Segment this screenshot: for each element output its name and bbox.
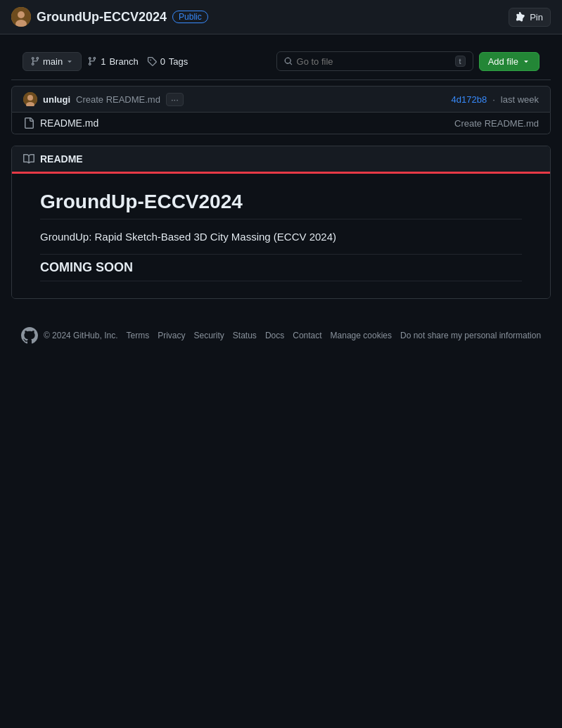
keyboard-shortcut: t [455, 56, 466, 67]
readme-section-title: README [40, 153, 83, 165]
commit-hash[interactable]: 4d172b8 [452, 94, 487, 105]
readme-header: README [12, 146, 550, 174]
readme-content: GroundUp-ECCV2024 GroundUp: Rapid Sketch… [12, 174, 550, 298]
repo-toolbar: main 1 Branch 0 Tags [11, 43, 551, 80]
branch-count: 1 [101, 56, 106, 67]
footer-privacy-link[interactable]: Privacy [158, 331, 185, 340]
branch-count-icon [87, 56, 97, 66]
file-icon [23, 117, 34, 129]
footer-logo: © 2024 GitHub, Inc. [21, 327, 118, 344]
search-box: t [276, 51, 473, 71]
pin-icon [516, 12, 526, 22]
visibility-badge: Public [172, 11, 208, 23]
file-commit-msg: Create README.md [454, 118, 539, 129]
branches-link[interactable]: 1 Branch [87, 56, 138, 67]
commit-right: 4d172b8 · last week [452, 94, 539, 105]
footer-status-link[interactable]: Status [233, 331, 257, 340]
branch-selector[interactable]: main [23, 52, 82, 71]
github-logo-icon [21, 327, 38, 344]
branch-icon [30, 56, 40, 66]
commit-author[interactable]: unlugi [43, 94, 70, 105]
branch-label: Branch [109, 56, 138, 67]
chevron-down-icon [65, 57, 74, 65]
main-content: main 1 Branch 0 Tags [0, 43, 562, 299]
tag-count: 0 [160, 56, 165, 67]
tag-label: Tags [169, 56, 188, 67]
add-file-button[interactable]: Add file [479, 52, 539, 71]
footer-terms-link[interactable]: Terms [126, 331, 149, 340]
file-name[interactable]: README.md [40, 117, 98, 129]
footer-manage-cookies-link[interactable]: Manage cookies [331, 331, 392, 340]
tag-icon [147, 56, 157, 66]
file-tree: README.md Create README.md [11, 113, 551, 134]
search-input[interactable] [297, 56, 451, 67]
meta-links: 1 Branch 0 Tags [87, 56, 188, 67]
add-file-label: Add file [488, 56, 518, 67]
avatar [11, 7, 31, 27]
svg-point-1 [18, 11, 25, 18]
search-icon [284, 56, 293, 66]
footer-contact-link[interactable]: Contact [293, 331, 321, 340]
pin-label: Pin [530, 12, 543, 23]
repo-name: GroundUp-ECCV2024 [37, 10, 167, 25]
footer-do-not-share-link[interactable]: Do not share my personal information [400, 331, 541, 340]
commit-bar: unlugi Create README.md ··· 4d172b8 · la… [11, 86, 551, 113]
repo-header-left: GroundUp-ECCV2024 Public [11, 7, 208, 27]
readme-description: GroundUp: Rapid Sketch-Based 3D City Mas… [40, 231, 522, 243]
commit-time: last week [501, 94, 539, 105]
branch-name: main [43, 56, 63, 67]
footer-docs-link[interactable]: Docs [265, 331, 284, 340]
add-file-chevron-icon [522, 57, 530, 65]
footer: © 2024 GitHub, Inc. Terms Privacy Securi… [0, 299, 562, 358]
pin-button[interactable]: Pin [509, 8, 551, 27]
readme-coming-soon: COMING SOON [40, 254, 522, 281]
readme-title: GroundUp-ECCV2024 [40, 191, 522, 219]
footer-security-link[interactable]: Security [193, 331, 224, 340]
commit-avatar [23, 92, 37, 106]
commit-message: Create README.md [76, 94, 160, 105]
commit-separator: · [492, 94, 495, 105]
readme-book-icon [23, 153, 34, 165]
commit-expand-dots[interactable]: ··· [166, 93, 184, 106]
repo-header: GroundUp-ECCV2024 Public Pin [0, 0, 562, 34]
svg-point-4 [27, 95, 33, 101]
footer-copyright: © 2024 GitHub, Inc. [44, 331, 118, 340]
readme-container: README GroundUp-ECCV2024 GroundUp: Rapid… [11, 146, 551, 299]
tags-link[interactable]: 0 Tags [147, 56, 189, 67]
table-row: README.md Create README.md [12, 113, 550, 134]
